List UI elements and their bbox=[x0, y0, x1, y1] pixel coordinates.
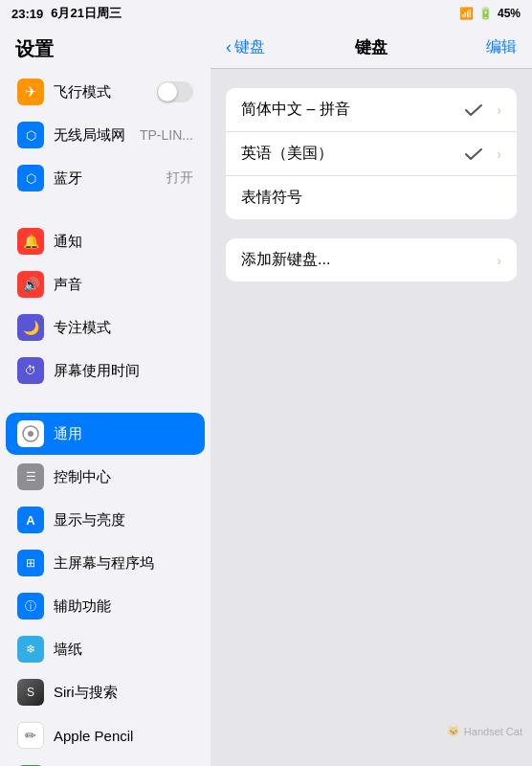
sidebar-title: 设置 bbox=[0, 27, 211, 70]
wifi-icon: ⬡ bbox=[17, 122, 44, 148]
keyboard-label: 表情符号 bbox=[241, 188, 501, 208]
sidebar-item-homescreen[interactable]: ⊞ 主屏幕与程序坞 bbox=[6, 542, 205, 584]
checkmark-icon bbox=[464, 102, 483, 118]
sidebar-item-label: 墙纸 bbox=[54, 641, 82, 659]
wifi-icon: 📶 bbox=[459, 7, 474, 20]
siri-icon: S bbox=[17, 679, 44, 706]
wallpaper-icon: ❄ bbox=[17, 636, 44, 663]
bluetooth-icon: ⬡ bbox=[17, 165, 44, 192]
screentime-icon: ⏱ bbox=[17, 357, 44, 384]
airplane-icon: ✈ bbox=[17, 79, 44, 105]
homescreen-icon: ⊞ bbox=[17, 550, 44, 576]
panel-title: 键盘 bbox=[355, 36, 388, 58]
right-header: ‹ 键盘 键盘 编辑 bbox=[211, 27, 532, 69]
sidebar-item-label: 显示与亮度 bbox=[54, 511, 125, 529]
sidebar-item-bluetooth[interactable]: ⬡ 蓝牙 打开 bbox=[6, 157, 205, 199]
chevron-right-icon: › bbox=[497, 146, 501, 162]
controlcenter-icon: ☰ bbox=[17, 463, 44, 490]
sidebar: 设置 ✈ 飞行模式 ⬡ 无线局域网 TP-LIN... ⬡ 蓝牙 打开 🔔 通知 bbox=[0, 27, 211, 766]
status-icons: 📶 🔋 45% bbox=[459, 7, 521, 20]
keyboard-row-simplified-chinese[interactable]: 简体中文 – 拼音 › bbox=[226, 88, 517, 132]
toggle-knob bbox=[158, 82, 177, 101]
sidebar-item-focus[interactable]: 🌙 专注模式 bbox=[6, 306, 205, 349]
back-button[interactable]: ‹ 键盘 bbox=[226, 37, 265, 57]
right-content: 简体中文 – 拼音 › 英语（美国） › 表情 bbox=[211, 69, 532, 766]
sidebar-item-sound[interactable]: 🔊 声音 bbox=[6, 263, 205, 305]
sidebar-item-faceid[interactable]: ⊙ 触控ID与密码 bbox=[6, 757, 205, 766]
watermark-icon: 🐱 bbox=[447, 725, 460, 737]
notification-icon: 🔔 bbox=[17, 228, 44, 255]
sidebar-item-label: 辅助功能 bbox=[54, 597, 111, 616]
focus-icon: 🌙 bbox=[17, 314, 44, 341]
sidebar-item-wifi[interactable]: ⬡ 无线局域网 TP-LIN... bbox=[6, 114, 205, 156]
add-keyboard-row[interactable]: 添加新键盘... › bbox=[226, 238, 517, 282]
sidebar-item-label: Apple Pencil bbox=[54, 728, 133, 744]
display-icon: A bbox=[17, 507, 44, 533]
general-icon bbox=[17, 420, 44, 447]
wifi-value: TP-LIN... bbox=[140, 127, 193, 143]
add-keyboard-group: 添加新键盘... › bbox=[226, 238, 517, 282]
sound-icon: 🔊 bbox=[17, 271, 44, 298]
bluetooth-value: 打开 bbox=[166, 169, 193, 187]
right-panel: ‹ 键盘 键盘 编辑 简体中文 – 拼音 › bbox=[211, 27, 532, 766]
back-chevron-icon: ‹ bbox=[226, 37, 232, 57]
checkmark-icon bbox=[464, 146, 483, 162]
sidebar-item-airplane[interactable]: ✈ 飞行模式 bbox=[6, 71, 205, 113]
sidebar-item-label: 声音 bbox=[54, 276, 82, 294]
battery-icon: 🔋 bbox=[478, 7, 493, 20]
watermark-text: Handset Cat bbox=[464, 726, 522, 737]
status-date: 6月21日周三 bbox=[51, 5, 122, 22]
sidebar-item-label: 飞行模式 bbox=[54, 83, 111, 101]
keyboard-row-english-us[interactable]: 英语（美国） › bbox=[226, 132, 517, 176]
watermark: 🐱 Handset Cat bbox=[447, 725, 522, 737]
status-bar: 23:19 6月21日周三 📶 🔋 45% bbox=[0, 0, 532, 27]
chevron-right-icon: › bbox=[497, 102, 501, 118]
sidebar-item-label: 通用 bbox=[54, 425, 82, 443]
sidebar-item-screentime[interactable]: ⏱ 屏幕使用时间 bbox=[6, 349, 205, 392]
battery-level: 45% bbox=[498, 7, 521, 20]
add-keyboard-label: 添加新键盘... bbox=[241, 250, 489, 270]
sidebar-item-accessibility[interactable]: ⓘ 辅助功能 bbox=[6, 585, 205, 627]
sidebar-item-display[interactable]: A 显示与亮度 bbox=[6, 499, 205, 541]
accessibility-icon: ⓘ bbox=[17, 593, 44, 620]
sidebar-item-label: 蓝牙 bbox=[54, 169, 82, 188]
sidebar-item-general[interactable]: 通用 bbox=[6, 413, 205, 455]
sidebar-item-controlcenter[interactable]: ☰ 控制中心 bbox=[6, 456, 205, 498]
keyboard-row-emoji[interactable]: 表情符号 bbox=[226, 176, 517, 219]
sidebar-item-label: Siri与搜索 bbox=[54, 684, 118, 702]
airplane-toggle[interactable] bbox=[157, 81, 193, 102]
sidebar-item-label: 无线局域网 bbox=[54, 126, 125, 145]
keyboard-label: 英语（美国） bbox=[241, 144, 464, 164]
sidebar-item-label: 通知 bbox=[54, 233, 82, 251]
sidebar-item-label: 专注模式 bbox=[54, 319, 111, 337]
status-time: 23:19 bbox=[11, 7, 43, 21]
keyboard-label: 简体中文 – 拼音 bbox=[241, 100, 464, 120]
sidebar-item-applepencil[interactable]: ✏ Apple Pencil bbox=[6, 714, 205, 756]
sidebar-item-label: 控制中心 bbox=[54, 468, 111, 486]
sidebar-item-siri[interactable]: S Siri与搜索 bbox=[6, 671, 205, 713]
chevron-right-icon: › bbox=[497, 253, 501, 268]
edit-button[interactable]: 编辑 bbox=[486, 37, 517, 57]
back-label: 键盘 bbox=[234, 37, 265, 57]
sidebar-item-notification[interactable]: 🔔 通知 bbox=[6, 220, 205, 262]
svg-point-1 bbox=[28, 431, 33, 437]
pencil-icon: ✏ bbox=[17, 722, 44, 749]
keyboard-list-group: 简体中文 – 拼音 › 英语（美国） › 表情 bbox=[226, 88, 517, 219]
sidebar-item-label: 屏幕使用时间 bbox=[54, 362, 140, 380]
sidebar-item-label: 主屏幕与程序坞 bbox=[54, 554, 154, 573]
sidebar-item-wallpaper[interactable]: ❄ 墙纸 bbox=[6, 628, 205, 670]
